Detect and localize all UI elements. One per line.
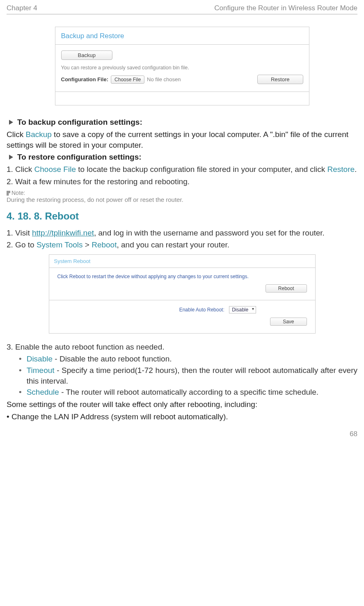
- restore-description: You can restore a previously saved confi…: [61, 65, 303, 71]
- restore-button[interactable]: Restore: [257, 75, 303, 84]
- screenshot-title: Backup and Restore: [55, 27, 309, 45]
- closing-bullet: • Change the LAN IP Address (system will…: [7, 412, 357, 422]
- reboot-step3: 3. Enable the auto reboot function as ne…: [7, 342, 357, 352]
- closing-text: Some settings of the router will take ef…: [7, 399, 357, 410]
- choose-file-link: Choose File: [34, 165, 76, 174]
- reboot-button[interactable]: Reboot: [266, 284, 307, 293]
- arrow-icon: [9, 155, 13, 160]
- save-button[interactable]: Save: [270, 318, 307, 326]
- system-reboot-screenshot: System Reboot Click Reboot to restart th…: [49, 254, 316, 334]
- no-file-text: No file chosen: [147, 76, 181, 82]
- section-number-title: 4. 18. 8. Reboot: [7, 210, 357, 222]
- backup-heading: To backup configuration settings:: [17, 118, 142, 127]
- reboot-desc: Click Reboot to restart the device witho…: [57, 274, 307, 279]
- timeout-option: Timeout: [27, 366, 55, 375]
- backup-button[interactable]: Backup: [61, 50, 112, 60]
- auto-reboot-label: Enable Auto Reboot:: [179, 307, 224, 313]
- reboot-step2: 2. Go to System Tools > Reboot, and you …: [7, 240, 357, 250]
- auto-reboot-select[interactable]: Disable: [229, 306, 256, 313]
- reboot-link: Reboot: [92, 240, 117, 249]
- screenshot2-title: System Reboot: [49, 255, 315, 268]
- config-file-label: Configuration File:: [61, 76, 109, 82]
- choose-file-button[interactable]: Choose File: [111, 75, 144, 84]
- restore-step2: 2. Wait a few minutes for the restoring …: [7, 176, 357, 187]
- flag-icon: [7, 191, 10, 196]
- note-label: Note:: [7, 190, 357, 196]
- divider: [7, 14, 357, 14]
- chapter-label: Chapter 4: [7, 4, 37, 12]
- restore-heading: To restore configuration settings:: [17, 153, 142, 162]
- disable-option: Disable: [27, 354, 53, 363]
- schedule-option: Schedule: [27, 388, 59, 396]
- tplink-url[interactable]: http://tplinkwifi.net: [32, 229, 94, 237]
- reboot-step1: 1. Visit http://tplinkwifi.net, and log …: [7, 228, 357, 238]
- backup-body: Click Backup to save a copy of the curre…: [7, 129, 357, 150]
- system-tools-link: System Tools: [37, 240, 83, 249]
- arrow-icon: [9, 120, 13, 125]
- backup-restore-screenshot: Backup and Restore Backup You can restor…: [55, 27, 309, 105]
- auto-reboot-options: •Disable - Disable the auto reboot funct…: [19, 354, 357, 398]
- restore-link: Restore: [327, 165, 355, 174]
- restore-step1: 1. Click Choose File to locate the backu…: [7, 164, 357, 175]
- note-body: During the restoring process, do not pow…: [7, 196, 357, 203]
- page-title: Configure the Router in Wireless Router …: [214, 4, 357, 12]
- page-number: 68: [7, 430, 357, 438]
- backup-link: Backup: [25, 130, 51, 139]
